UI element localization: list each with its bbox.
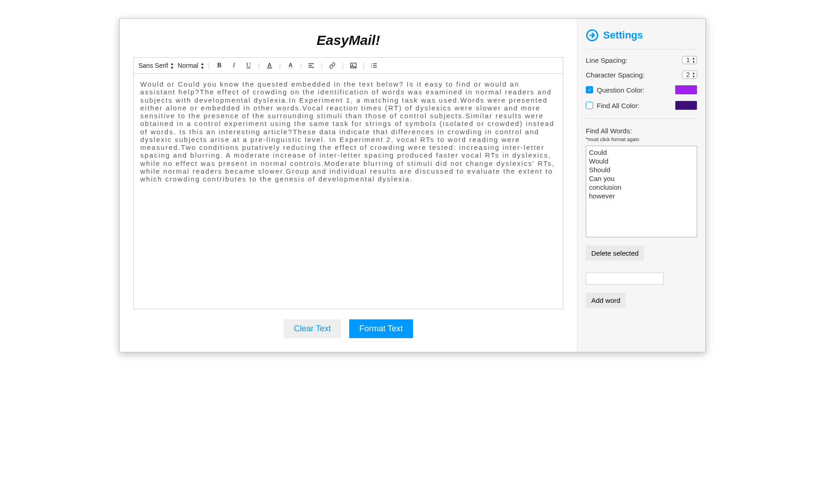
- app-title: EasyMail!: [133, 33, 563, 48]
- action-row: Clear Text Format Text: [133, 319, 563, 338]
- word-list-item[interactable]: Could: [589, 148, 694, 157]
- main-panel: EasyMail! Sans Serif ▴▾ Normal ▴▾ | B I …: [120, 19, 577, 352]
- line-spacing-label: Line Spacing:: [586, 56, 627, 64]
- text-color-icon: [266, 62, 273, 69]
- editor-body[interactable]: Would or Could you know the quested embe…: [134, 74, 563, 309]
- chevrons-icon: ▴▾: [201, 61, 204, 70]
- align-button[interactable]: [306, 60, 316, 71]
- svg-text:3: 3: [371, 66, 373, 68]
- divider: [586, 118, 697, 119]
- add-word-button[interactable]: Add word: [586, 293, 626, 308]
- find-all-color-label: Find All Color:: [597, 102, 639, 110]
- char-spacing-select[interactable]: 2 ▴▾: [682, 71, 697, 79]
- word-list-item[interactable]: Should: [589, 165, 694, 174]
- line-spacing-select[interactable]: 1 ▴▾: [682, 56, 697, 64]
- underline-button[interactable]: U: [243, 60, 253, 71]
- link-icon: [329, 62, 336, 69]
- highlight-button[interactable]: [286, 60, 296, 71]
- editor-toolbar: Sans Serif ▴▾ Normal ▴▾ | B I U | |: [134, 58, 563, 74]
- chevrons-icon: ▴▾: [693, 71, 695, 78]
- format-text-button[interactable]: Format Text: [349, 319, 413, 338]
- question-color-label: Question Color:: [597, 86, 644, 94]
- link-button[interactable]: [327, 60, 337, 71]
- font-family-label: Sans Serif: [138, 62, 168, 69]
- app-window: EasyMail! Sans Serif ▴▾ Normal ▴▾ | B I …: [119, 18, 706, 352]
- find-all-color-row: Find All Color:: [586, 101, 697, 110]
- word-list-item[interactable]: however: [589, 192, 694, 200]
- image-button[interactable]: [348, 60, 358, 71]
- arrow-right-circle-icon: [586, 29, 599, 42]
- image-icon: [350, 62, 357, 69]
- editor: Sans Serif ▴▾ Normal ▴▾ | B I U | |: [133, 57, 563, 309]
- word-list-item[interactable]: conclusion: [589, 183, 694, 192]
- chevrons-icon: ▴▾: [693, 56, 695, 64]
- settings-header[interactable]: Settings: [586, 29, 697, 49]
- line-spacing-value: 1: [686, 56, 690, 64]
- char-spacing-row: Character Spacing: 2 ▴▾: [586, 71, 697, 79]
- svg-rect-1: [288, 68, 293, 68]
- word-list-item[interactable]: Would: [589, 157, 694, 165]
- toolbar-separator: |: [279, 62, 281, 69]
- word-list-item[interactable]: Can you: [589, 174, 694, 183]
- settings-panel: Settings Line Spacing: 1 ▴▾ Character Sp…: [577, 19, 705, 352]
- font-size-label: Normal: [178, 62, 198, 69]
- question-color-checkbox[interactable]: ✓: [586, 86, 593, 93]
- svg-rect-0: [267, 68, 272, 68]
- font-size-select[interactable]: Normal ▴▾: [178, 61, 204, 70]
- clear-text-button[interactable]: Clear Text: [284, 319, 341, 338]
- font-family-select[interactable]: Sans Serif ▴▾: [138, 61, 173, 70]
- italic-button[interactable]: I: [229, 60, 239, 71]
- settings-title: Settings: [603, 29, 643, 41]
- line-spacing-row: Line Spacing: 1 ▴▾: [586, 56, 697, 64]
- toolbar-separator: |: [363, 62, 365, 69]
- toolbar-separator: |: [342, 62, 344, 69]
- question-color-row: ✓ Question Color:: [586, 85, 697, 94]
- delete-selected-button[interactable]: Delete selected: [586, 246, 644, 261]
- find-all-color-checkbox[interactable]: [586, 102, 593, 109]
- list-button[interactable]: 123: [369, 60, 379, 71]
- char-spacing-value: 2: [686, 71, 690, 78]
- question-color-swatch[interactable]: [675, 85, 697, 94]
- find-all-words-label: Find All Words:: [586, 127, 697, 135]
- chevrons-icon: ▴▾: [171, 61, 173, 70]
- svg-point-3: [352, 64, 353, 66]
- toolbar-separator: |: [208, 62, 210, 69]
- format-hint: *must click format again: [586, 137, 697, 142]
- find-all-color-swatch[interactable]: [675, 101, 697, 110]
- word-list[interactable]: CouldWouldShouldCan youconclusionhowever: [586, 146, 697, 237]
- toolbar-separator: |: [300, 62, 302, 69]
- char-spacing-label: Character Spacing:: [586, 71, 644, 79]
- highlight-icon: [287, 62, 294, 69]
- toolbar-separator: |: [321, 62, 323, 69]
- list-icon: 123: [370, 62, 378, 69]
- add-word-input[interactable]: [586, 273, 664, 285]
- bold-button[interactable]: B: [214, 60, 224, 71]
- align-icon: [308, 62, 315, 69]
- toolbar-separator: |: [258, 62, 260, 69]
- text-color-button[interactable]: [264, 60, 275, 71]
